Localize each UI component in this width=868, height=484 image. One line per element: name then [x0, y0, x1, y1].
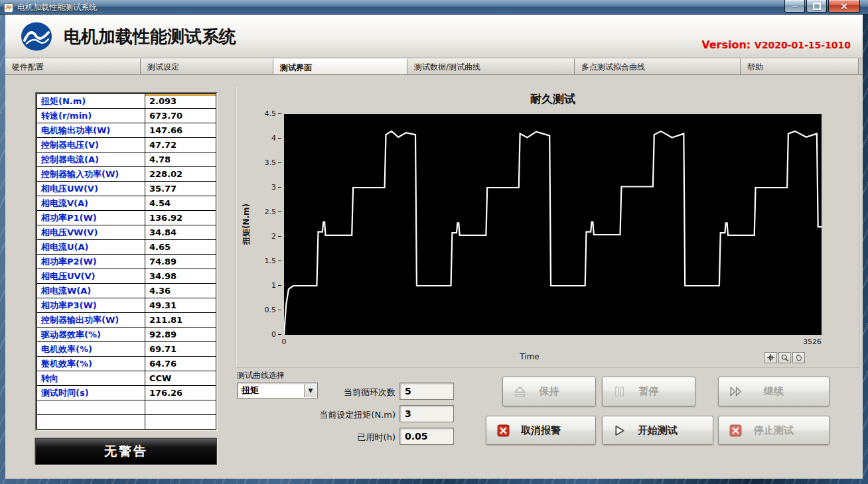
maximize-icon — [813, 3, 821, 10]
y-tick-label: 1 — [271, 281, 281, 290]
param-label: 控制器输出功率(W) — [37, 313, 145, 328]
table-row — [37, 415, 216, 430]
param-value: 35.77 — [145, 182, 216, 196]
table-row: 相功率P3(W)49.31 — [37, 298, 216, 313]
y-tick-label: 3 — [271, 183, 281, 192]
param-value: 49.31 — [145, 298, 216, 313]
tab-6[interactable]: 帮助 — [741, 58, 859, 74]
y-axis-title: 扭矩(N.m) — [241, 188, 252, 261]
graph-cursor-icon[interactable] — [764, 352, 777, 363]
tab-4[interactable]: 测试数据/测试曲线 — [407, 58, 575, 74]
param-value: 147.66 — [145, 123, 216, 138]
warning-indicator: 无警告 — [35, 438, 217, 465]
version-text: Version: V2020-01-15-1010 — [701, 38, 851, 51]
graph-zoom-icon[interactable] — [778, 352, 791, 363]
warning-text: 无警告 — [104, 443, 148, 460]
curve-select-label: 测试曲线选择 — [237, 370, 285, 381]
tab-1[interactable]: 硬件配置 — [5, 58, 141, 74]
close-button[interactable]: × — [828, 0, 860, 13]
table-row: 驱动器效率(%)92.89 — [37, 328, 216, 342]
table-row: 相功率P2(W)74.89 — [37, 255, 216, 269]
pause-button[interactable]: 暂停 — [602, 377, 695, 406]
param-label: 电机效率(%) — [37, 342, 145, 357]
x-tick-label: 3526 — [803, 337, 822, 346]
param-value — [145, 400, 216, 415]
y-tick-label: 0 — [271, 330, 281, 339]
window-titlebar[interactable]: 电机加载性能测试系统 ─ × — [0, 0, 868, 15]
param-value: 4.65 — [145, 240, 216, 255]
hold-button[interactable]: 保持 — [502, 377, 596, 406]
start-test-button[interactable]: 开始测试 — [602, 416, 713, 445]
torque-curve — [284, 131, 822, 335]
param-value: 136.92 — [145, 211, 216, 225]
cycle-count-value: 5 — [399, 383, 454, 400]
param-value: 34.84 — [145, 225, 216, 240]
set-torque-text: 3 — [405, 408, 411, 419]
cancel-alarm-button-label: 取消报警 — [486, 416, 595, 444]
param-value: CCW — [145, 371, 216, 386]
param-value: 4.78 — [145, 152, 216, 167]
param-value: 92.89 — [145, 328, 216, 342]
table-row: 相电流V(A)4.54 — [37, 196, 216, 211]
cycle-count-text: 5 — [405, 386, 411, 396]
param-label: 相电流U(A) — [37, 240, 145, 255]
graph-pan-icon[interactable] — [792, 352, 805, 363]
param-value: 47.72 — [145, 138, 216, 152]
param-label: 驱动器效率(%) — [37, 328, 145, 342]
param-value: 74.89 — [145, 255, 216, 269]
table-row: 电机效率(%)69.71 — [37, 342, 216, 357]
curve-select-value: 扭矩 — [242, 383, 259, 398]
graph-plot-area[interactable] — [284, 114, 822, 335]
minimize-icon: ─ — [792, 2, 797, 11]
stop-test-button[interactable]: 停止测试 — [718, 416, 830, 445]
param-value: 673.70 — [145, 109, 216, 123]
y-axis-labels: 00.511.522.533.544.5 — [251, 114, 283, 335]
y-tick-label: 0.5 — [265, 306, 282, 314]
window-controls: ─ × — [784, 0, 860, 13]
y-tick-label: 2.5 — [265, 208, 282, 216]
continue-button[interactable]: 继续 — [718, 377, 830, 406]
cycle-count-label: 当前循环次数 — [289, 387, 396, 398]
measurement-table: 扭矩(N.m)2.093转速(r/min)673.70电机输出功率(W)147.… — [35, 92, 218, 431]
param-label: 整机效率(%) — [37, 357, 145, 371]
param-label: 控制器电压(V) — [37, 138, 145, 152]
table-row: 转速(r/min)673.70 — [37, 109, 216, 123]
company-logo-icon — [20, 21, 53, 52]
x-axis-labels: 03526 — [284, 337, 822, 347]
param-value — [145, 415, 216, 430]
y-tick-label: 1.5 — [265, 257, 282, 265]
graph-palette — [764, 352, 805, 363]
version-value: V2020-01-15-1010 — [755, 40, 851, 50]
param-label: 控制器输入功率(W) — [37, 167, 145, 182]
tab-3[interactable]: 测试界面 — [273, 58, 407, 74]
y-tick-label: 4.5 — [265, 109, 282, 118]
param-value: 69.71 — [145, 342, 216, 357]
application-window: 电机加载性能测试系统 ─ × 电机加载性能测试系统 Version: V2020… — [0, 0, 868, 484]
page-title: 电机加载性能测试系统 — [64, 25, 236, 48]
hold-button-label: 保持 — [503, 377, 595, 406]
param-label: 相电压VW(V) — [37, 225, 145, 240]
continue-button-label: 继续 — [719, 377, 829, 406]
x-axis-title: Time — [284, 352, 775, 361]
table-row: 相功率P1(W)136.92 — [37, 211, 216, 225]
minimize-button[interactable]: ─ — [784, 0, 805, 13]
tab-2[interactable]: 测试设定 — [141, 58, 273, 74]
param-label: 相功率P2(W) — [37, 255, 145, 269]
maximize-button[interactable] — [806, 0, 827, 13]
app-icon — [4, 3, 13, 12]
table-row — [37, 400, 216, 415]
param-value: 228.02 — [145, 167, 216, 182]
table-row: 控制器输出功率(W)211.81 — [37, 313, 216, 328]
tab-5[interactable]: 多点测试拟合曲线 — [575, 58, 741, 74]
param-value: 4.36 — [145, 284, 216, 298]
set-torque-value: 3 — [399, 405, 454, 422]
param-value: 34.98 — [145, 269, 216, 284]
param-value: 176.26 — [145, 386, 216, 400]
param-label: 控制器电流(A) — [37, 152, 145, 167]
param-label: 转向 — [37, 371, 145, 386]
y-tick-label: 4 — [271, 134, 281, 143]
param-label: 相电压UW(V) — [37, 182, 145, 196]
window-title: 电机加载性能测试系统 — [17, 0, 97, 15]
cancel-alarm-button[interactable]: 取消报警 — [486, 416, 596, 445]
param-label — [37, 415, 145, 430]
